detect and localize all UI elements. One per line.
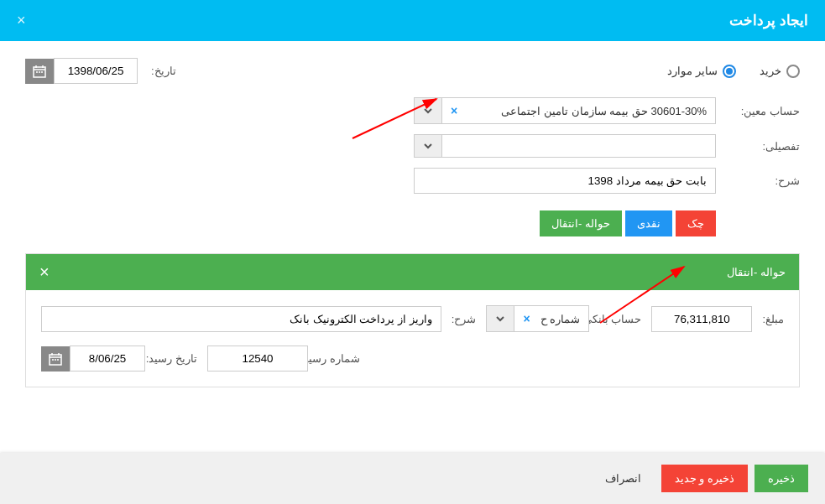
receipt-num-input[interactable] xyxy=(207,346,308,372)
chevron-down-icon xyxy=(495,314,505,324)
receipt-date-wrap xyxy=(41,346,145,372)
date-input-wrap xyxy=(25,58,138,84)
calendar-icon xyxy=(33,65,46,78)
svg-point-4 xyxy=(36,71,38,73)
bank-num-field: شماره ح × xyxy=(514,305,589,332)
form-content: خرید سایر موارد تاریخ: حساب معین: 30601-… xyxy=(0,41,825,253)
svg-point-13 xyxy=(57,359,59,361)
payment-tabs: چک نقدی حواله -انتقال xyxy=(25,210,800,236)
account-label: حساب معین: xyxy=(716,105,800,117)
panel-title: حواله -انتقال xyxy=(727,266,786,278)
tab-transfer[interactable]: حواله -انتقال xyxy=(540,210,622,236)
transfer-panel: حواله -انتقال × مبلغ: حساب بانکی: شماره … xyxy=(25,253,800,387)
panel-desc-label: شرح: xyxy=(452,313,477,325)
desc-row: شرح: xyxy=(25,168,800,194)
panel-desc-input[interactable] xyxy=(41,306,441,332)
tab-cash[interactable]: نقدی xyxy=(625,210,672,236)
account-select-field: 30601-30% حق بیمه سازمان تامین اجتماعی × xyxy=(441,97,716,124)
type-radio-group: خرید سایر موارد xyxy=(667,65,800,78)
date-label: تاریخ: xyxy=(151,65,176,77)
clear-icon[interactable]: × xyxy=(523,312,530,325)
receipt-date-label: تاریخ رسید: xyxy=(155,352,197,365)
svg-point-6 xyxy=(41,71,43,73)
panel-close-icon[interactable]: × xyxy=(39,262,50,282)
clear-icon[interactable]: × xyxy=(451,104,457,117)
detail-dropdown-button[interactable] xyxy=(414,134,441,158)
date-field[interactable] xyxy=(54,58,138,84)
detail-select-field xyxy=(441,134,716,158)
date-group: تاریخ: xyxy=(25,58,176,84)
detail-row: تفصیلی: xyxy=(25,134,800,158)
desc-label: شرح: xyxy=(716,174,800,187)
detail-select[interactable] xyxy=(414,134,716,158)
panel-header: حواله -انتقال × xyxy=(26,254,799,290)
panel-row-1: مبلغ: حساب بانکی: شماره ح × شرح: xyxy=(41,305,784,332)
receipt-calendar-button[interactable] xyxy=(41,346,70,372)
calendar-button[interactable] xyxy=(25,59,54,84)
svg-point-12 xyxy=(55,359,56,361)
account-dropdown-button[interactable] xyxy=(414,97,441,124)
receipt-date-input[interactable] xyxy=(70,346,145,372)
modal-title: ایجاد پرداخت xyxy=(729,12,808,29)
radio-icon xyxy=(723,65,736,78)
radio-buy-label: خرید xyxy=(760,65,781,77)
radio-other-label: سایر موارد xyxy=(667,65,718,77)
bank-num-dropdown[interactable] xyxy=(486,305,514,332)
account-row: حساب معین: 30601-30% حق بیمه سازمان تامی… xyxy=(25,97,800,124)
chevron-down-icon xyxy=(423,141,433,151)
svg-point-11 xyxy=(52,359,54,361)
radio-other[interactable]: سایر موارد xyxy=(667,65,736,78)
amount-input[interactable] xyxy=(651,306,752,332)
desc-input[interactable] xyxy=(414,168,716,194)
tab-check[interactable]: چک xyxy=(676,210,716,236)
panel-row-2: شماره رسید: تاریخ رسید: xyxy=(41,346,784,372)
radio-buy[interactable]: خرید xyxy=(760,65,800,78)
modal-header: ایجاد پرداخت × xyxy=(0,0,825,41)
amount-label: مبلغ: xyxy=(762,313,784,325)
bank-num-label: شماره ح xyxy=(537,313,581,325)
radio-icon xyxy=(786,65,800,78)
bank-label: حساب بانکی: xyxy=(599,313,641,325)
calendar-icon xyxy=(49,352,62,366)
top-row: خرید سایر موارد تاریخ: xyxy=(25,58,800,84)
account-select[interactable]: 30601-30% حق بیمه سازمان تامین اجتماعی × xyxy=(414,97,716,124)
account-value: 30601-30% حق بیمه سازمان تامین اجتماعی xyxy=(464,105,707,117)
bank-num-select[interactable]: شماره ح × xyxy=(486,305,589,332)
chevron-down-icon xyxy=(423,106,433,116)
receipt-num-label: شماره رسید: xyxy=(318,352,360,365)
svg-point-5 xyxy=(39,71,40,73)
detail-label: تفصیلی: xyxy=(716,140,800,153)
close-icon[interactable]: × xyxy=(17,12,26,29)
panel-body: مبلغ: حساب بانکی: شماره ح × شرح: شماره ر… xyxy=(26,290,799,387)
